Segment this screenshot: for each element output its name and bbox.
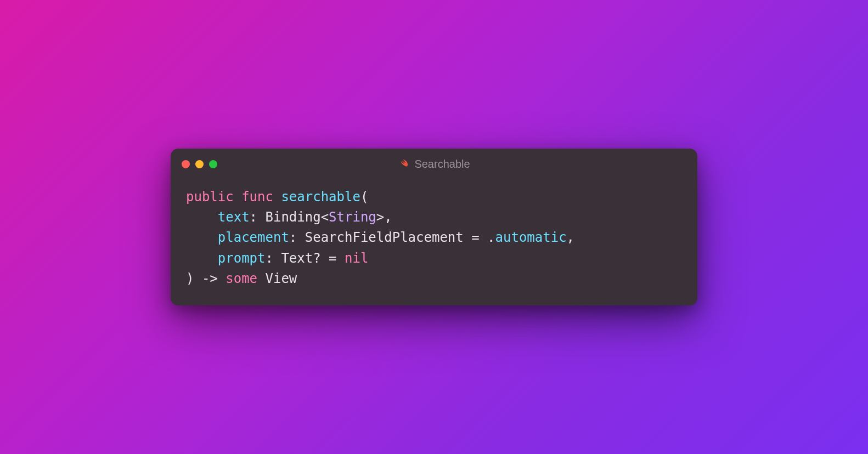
maximize-button[interactable] [209, 160, 217, 168]
gt-comma: >, [376, 209, 392, 225]
param-prompt: prompt [218, 251, 266, 266]
indent [186, 251, 218, 266]
keyword-func: func [241, 189, 273, 205]
window-title: Searchable [414, 158, 470, 171]
close-arrow: ) -> [186, 271, 226, 286]
minimize-button[interactable] [195, 160, 204, 168]
param-placement: placement [218, 230, 289, 245]
keyword-some: some [226, 271, 257, 286]
indent [186, 209, 218, 225]
eq-dot: = . [464, 230, 495, 245]
lt: < [321, 209, 329, 225]
comma: , [567, 230, 574, 245]
code-window: Searchable public func searchable( text:… [171, 149, 697, 305]
swift-icon [398, 158, 409, 169]
keyword-public: public [186, 189, 234, 205]
indent [186, 230, 218, 245]
type-view: View [266, 271, 297, 286]
value-automatic: automatic [495, 230, 567, 245]
colon: : [266, 251, 281, 266]
optional-eq: ? = [313, 251, 345, 266]
close-button[interactable] [182, 160, 190, 168]
open-paren: ( [360, 189, 368, 205]
type-string: String [329, 209, 376, 225]
type-text: Text [281, 251, 313, 266]
type-binding: Binding [266, 209, 321, 225]
window-titlebar: Searchable [171, 149, 697, 177]
param-text: text [218, 209, 250, 225]
window-title-group: Searchable [398, 158, 470, 171]
keyword-nil: nil [345, 251, 368, 266]
colon: : [289, 230, 305, 245]
code-content: public func searchable( text: Binding<St… [171, 177, 697, 305]
colon: : [250, 209, 266, 225]
func-name: searchable [281, 189, 360, 205]
type-searchfieldplacement: SearchFieldPlacement [305, 230, 464, 245]
traffic-lights [182, 160, 217, 168]
space [257, 271, 265, 286]
